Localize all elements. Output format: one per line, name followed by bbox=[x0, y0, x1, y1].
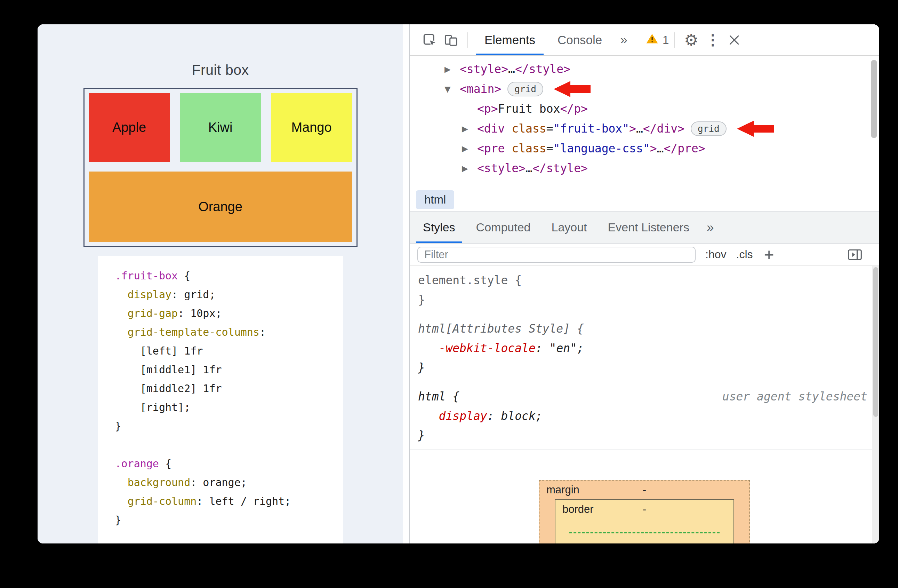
warning-icon bbox=[646, 33, 658, 47]
breadcrumb: html bbox=[410, 188, 879, 212]
tab-styles[interactable]: Styles bbox=[412, 212, 466, 243]
annotation-red-arrow bbox=[554, 81, 590, 97]
tab-elements[interactable]: Elements bbox=[474, 25, 546, 55]
close-icon[interactable] bbox=[723, 29, 745, 51]
dom-tree-node[interactable]: ▶<style>…</style> bbox=[410, 59, 879, 79]
style-rule[interactable]: html {user agent stylesheet display: blo… bbox=[410, 382, 879, 450]
style-rule[interactable]: html[Attributes Style] { -webkit-locale:… bbox=[410, 314, 879, 382]
scrollbar-thumb[interactable] bbox=[871, 60, 877, 138]
dom-node-text: <main> bbox=[460, 82, 501, 96]
page-title: Fruit box bbox=[192, 62, 249, 78]
app-window: Fruit box AppleKiwiMangoOrange .fruit-bo… bbox=[38, 25, 879, 543]
code-line: grid-template-columns: bbox=[115, 323, 343, 342]
toggle-hover-state-button[interactable]: :hov bbox=[705, 248, 726, 261]
expand-arrow-icon[interactable]: ▶ bbox=[462, 164, 477, 173]
dom-tree: ▶<style>…</style>▼<main>grid<p>Fruit box… bbox=[410, 59, 879, 178]
dom-node-text: <pre class="language-css">…</pre> bbox=[477, 142, 705, 155]
dom-tree-node[interactable]: <p>Fruit box</p> bbox=[410, 99, 879, 119]
page-preview-pane: Fruit box AppleKiwiMangoOrange .fruit-bo… bbox=[38, 25, 409, 543]
styles-rules: element.style {}html[Attributes Style] {… bbox=[410, 266, 879, 450]
box-model-margin-top-value: - bbox=[643, 483, 646, 496]
box-model-margin-label: margin bbox=[546, 483, 580, 496]
page-main: Fruit box AppleKiwiMangoOrange .fruit-bo… bbox=[38, 25, 403, 543]
dom-tree-node[interactable]: ▼<main>grid bbox=[410, 79, 879, 99]
kebab-menu-icon[interactable]: ⋮ bbox=[702, 29, 723, 51]
device-toolbar-icon[interactable] bbox=[440, 29, 462, 51]
dom-tree-node[interactable]: ▶<style>…</style> bbox=[410, 158, 879, 178]
devtools-toolbar: Elements Console » 1 ⚙ ⋮ bbox=[410, 25, 879, 56]
code-line: grid-gap: 10px; bbox=[115, 304, 343, 323]
dom-tree-area: ▶<style>…</style>▼<main>grid<p>Fruit box… bbox=[410, 56, 879, 188]
box-model-border-row: border - bbox=[555, 500, 733, 519]
box-model-border-top-value: - bbox=[643, 503, 646, 516]
dom-tree-scrollbar[interactable] bbox=[871, 60, 877, 182]
dom-node-text: <style>…</style> bbox=[477, 162, 588, 175]
dom-node-text: <style>…</style> bbox=[460, 62, 570, 76]
styles-filter-input[interactable] bbox=[417, 247, 696, 263]
styles-pane-content: element.style {}html[Attributes Style] {… bbox=[410, 266, 879, 543]
fruit-cell-orange: Orange bbox=[89, 171, 352, 242]
toggle-classes-button[interactable]: .cls bbox=[736, 248, 753, 261]
inspect-element-icon[interactable] bbox=[419, 29, 440, 51]
stylesheet-origin-label: user agent stylesheet bbox=[723, 387, 867, 406]
code-line: background: orange; bbox=[115, 473, 343, 492]
code-line bbox=[115, 436, 343, 454]
grid-badge[interactable]: grid bbox=[691, 122, 727, 136]
code-line: display: grid; bbox=[115, 285, 343, 304]
more-tabs-icon[interactable]: » bbox=[613, 33, 634, 47]
code-line: [middle1] 1fr bbox=[115, 360, 343, 379]
code-line: grid-column: left / right; bbox=[115, 492, 343, 511]
breadcrumb-item-html[interactable]: html bbox=[416, 190, 454, 209]
expand-arrow-icon[interactable]: ▶ bbox=[462, 144, 477, 153]
dom-node-text: <p>Fruit box</p> bbox=[477, 102, 588, 115]
toolbar-separator bbox=[640, 32, 640, 48]
fruit-cell-kiwi: Kiwi bbox=[180, 93, 261, 162]
grid-badge[interactable]: grid bbox=[507, 82, 543, 96]
settings-gear-icon[interactable]: ⚙ bbox=[680, 29, 702, 51]
toolbar-separator bbox=[674, 32, 675, 48]
tab-console[interactable]: Console bbox=[546, 25, 613, 55]
box-model-diagram: margin - border - bbox=[539, 480, 750, 543]
screenshot-stage: Fruit box AppleKiwiMangoOrange .fruit-bo… bbox=[0, 0, 898, 588]
dom-tree-node[interactable]: ▶<pre class="language-css">…</pre> bbox=[410, 139, 879, 158]
code-line: .orange { bbox=[115, 454, 343, 473]
tab-event-listeners[interactable]: Event Listeners bbox=[598, 212, 700, 243]
expand-arrow-icon[interactable]: ▶ bbox=[462, 124, 477, 133]
styles-filter-row: :hov .cls + bbox=[410, 243, 879, 266]
toolbar-separator bbox=[467, 32, 468, 48]
box-model-border-label: border bbox=[562, 503, 594, 516]
new-style-rule-button[interactable]: + bbox=[764, 246, 774, 263]
code-line: .fruit-box { bbox=[115, 266, 343, 285]
expand-arrow-icon[interactable]: ▶ bbox=[444, 65, 460, 74]
code-line: } bbox=[115, 511, 343, 530]
devtools-panel: Elements Console » 1 ⚙ ⋮ bbox=[409, 25, 879, 543]
more-panes-icon[interactable]: » bbox=[700, 220, 721, 235]
fruit-grid: AppleKiwiMangoOrange bbox=[83, 88, 358, 247]
annotation-red-arrow bbox=[737, 121, 774, 137]
code-line: [middle2] 1fr bbox=[115, 379, 343, 398]
styles-pane-tabs: Styles Computed Layout Event Listeners » bbox=[410, 212, 879, 243]
tab-computed[interactable]: Computed bbox=[466, 212, 541, 243]
box-model-margin-row: margin - bbox=[540, 480, 749, 499]
code-line: [right]; bbox=[115, 398, 343, 417]
toggle-sidebar-icon[interactable] bbox=[847, 248, 863, 261]
code-line: } bbox=[115, 417, 343, 436]
issues-counter[interactable]: 1 bbox=[646, 33, 669, 47]
box-model-border-box: border - bbox=[555, 499, 734, 543]
fruit-cell-mango: Mango bbox=[271, 93, 352, 162]
css-code: .fruit-box { display: grid; grid-gap: 10… bbox=[115, 266, 343, 530]
dom-tree-node[interactable]: ▶<div class="fruit-box">…</div>grid bbox=[410, 119, 879, 139]
expand-arrow-open-icon[interactable]: ▼ bbox=[444, 85, 460, 94]
box-model-padding-edge bbox=[569, 532, 720, 533]
fruit-cell-apple: Apple bbox=[89, 93, 170, 162]
css-code-card: .fruit-box { display: grid; grid-gap: 10… bbox=[98, 256, 343, 543]
scrollbar-thumb[interactable] bbox=[873, 267, 878, 417]
tab-layout[interactable]: Layout bbox=[541, 212, 597, 243]
code-line: [left] 1fr bbox=[115, 342, 343, 360]
dom-node-text: <div class="fruit-box">…</div> bbox=[477, 122, 684, 135]
style-rule[interactable]: element.style {} bbox=[410, 266, 879, 314]
styles-scrollbar[interactable] bbox=[872, 266, 879, 543]
warning-count: 1 bbox=[663, 34, 669, 47]
